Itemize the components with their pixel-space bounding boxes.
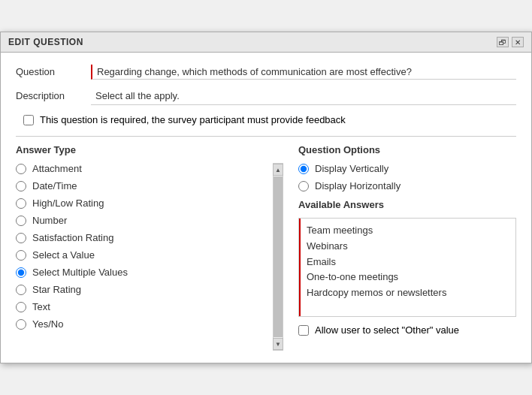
question-options-title: Question Options [298, 144, 516, 155]
display-vertically-label: Display Vertically [315, 163, 388, 174]
answer-type-label-text: Text [32, 301, 50, 312]
left-scrollbar: ▲ ▼ [273, 163, 283, 351]
answer-type-label-star: Star Rating [32, 284, 81, 295]
answer-type-option-satisfaction[interactable]: Satisfaction Rating [16, 232, 268, 243]
display-vertically-radio[interactable] [298, 164, 309, 174]
answer-type-label-highlow: High/Low Rating [32, 198, 104, 209]
answer-type-option-star[interactable]: Star Rating [16, 284, 268, 295]
scroll-down-button[interactable]: ▼ [273, 338, 283, 350]
answer-type-option-select-multiple[interactable]: Select Multiple Values [16, 267, 268, 278]
answer-item-one-to-one: One-to-one meetings [307, 270, 509, 285]
answer-type-option-yesno[interactable]: Yes/No [16, 318, 268, 330]
question-row: Question [16, 65, 516, 80]
display-horizontally-label: Display Horizontally [315, 180, 401, 191]
question-input-area [91, 65, 516, 80]
answer-type-option-datetime[interactable]: Date/Time [16, 180, 268, 191]
answer-type-scroll-container: Attachment Date/Time High/Low Rating [16, 163, 283, 351]
answer-type-label-select-multiple: Select Multiple Values [32, 267, 128, 278]
window-controls: 🗗 ✕ [497, 37, 524, 47]
answer-type-label-attachment: Attachment [32, 163, 82, 174]
restore-button[interactable]: 🗗 [497, 37, 509, 47]
allow-other-row: Allow user to select "Other" value [298, 324, 516, 336]
allow-other-label: Allow user to select "Other" value [315, 324, 459, 336]
window-title: EDIT QUESTION [8, 37, 83, 47]
scroll-up-button[interactable]: ▲ [273, 164, 283, 176]
display-horizontally-option[interactable]: Display Horizontally [298, 180, 516, 191]
description-row: Description Select all the apply. [16, 89, 516, 105]
answer-type-radio-text[interactable] [16, 302, 26, 312]
answer-type-radio-satisfaction[interactable] [16, 233, 26, 243]
answer-type-label-select-value: Select a Value [32, 249, 95, 261]
answer-type-label-yesno: Yes/No [32, 318, 63, 330]
available-answers-container: Team meetings Webinars Emails One-to-one… [298, 218, 516, 317]
answer-type-panel: Answer Type Attachment Date/Time [16, 144, 291, 351]
answer-type-radio-star[interactable] [16, 285, 26, 295]
answer-type-radio-select-value[interactable] [16, 250, 26, 261]
required-checkbox[interactable] [23, 115, 34, 125]
answer-type-label-number: Number [32, 215, 67, 226]
scroll-thumb[interactable] [274, 176, 283, 337]
answer-type-radio-number[interactable] [16, 216, 26, 226]
content-area: Question Description Select all the appl… [1, 53, 531, 363]
display-vertically-option[interactable]: Display Vertically [298, 163, 516, 174]
answer-type-option-number[interactable]: Number [16, 215, 268, 226]
required-checkbox-row: This question is required, the survey pa… [16, 114, 516, 125]
allow-other-checkbox[interactable] [298, 325, 309, 336]
answer-type-option-text[interactable]: Text [16, 301, 268, 312]
description-text: Select all the apply. [91, 89, 516, 105]
answer-type-option-highlow[interactable]: High/Low Rating [16, 198, 268, 209]
available-answers-title: Available Answers [298, 199, 516, 210]
answer-type-radio-select-multiple[interactable] [16, 267, 26, 278]
answer-item-hardcopy: Hardcopy memos or newsletters [307, 285, 509, 301]
titlebar: EDIT QUESTION 🗗 ✕ [1, 32, 531, 53]
right-panel: Question Options Display Vertically Disp… [291, 144, 516, 351]
answer-type-radio-yesno[interactable] [16, 319, 26, 330]
answer-type-option-select-value[interactable]: Select a Value [16, 249, 268, 261]
required-checkbox-label: This question is required, the survey pa… [40, 114, 346, 125]
available-answers-list: Team meetings Webinars Emails One-to-one… [299, 219, 515, 316]
answer-type-radio-highlow[interactable] [16, 198, 26, 209]
answer-item-webinars: Webinars [307, 239, 509, 255]
description-label: Description [16, 89, 91, 101]
answer-item-emails: Emails [307, 255, 509, 270]
answer-type-title: Answer Type [16, 144, 283, 155]
close-button[interactable]: ✕ [512, 37, 524, 47]
description-input-area: Select all the apply. [91, 89, 516, 105]
bottom-section: Answer Type Attachment Date/Time [16, 144, 516, 351]
answer-item-team-meetings: Team meetings [307, 223, 509, 239]
answer-type-radio-datetime[interactable] [16, 181, 26, 191]
answer-type-radio-attachment[interactable] [16, 164, 26, 174]
answer-type-label-datetime: Date/Time [32, 180, 77, 191]
display-horizontally-radio[interactable] [298, 181, 309, 191]
answer-type-list: Attachment Date/Time High/Low Rating [16, 163, 283, 351]
question-input[interactable] [91, 65, 516, 80]
answer-type-option-attachment[interactable]: Attachment [16, 163, 268, 174]
question-label: Question [16, 65, 91, 77]
divider [16, 136, 516, 137]
edit-question-window: EDIT QUESTION 🗗 ✕ Question Description S… [0, 32, 532, 363]
answer-type-label-satisfaction: Satisfaction Rating [32, 232, 113, 243]
